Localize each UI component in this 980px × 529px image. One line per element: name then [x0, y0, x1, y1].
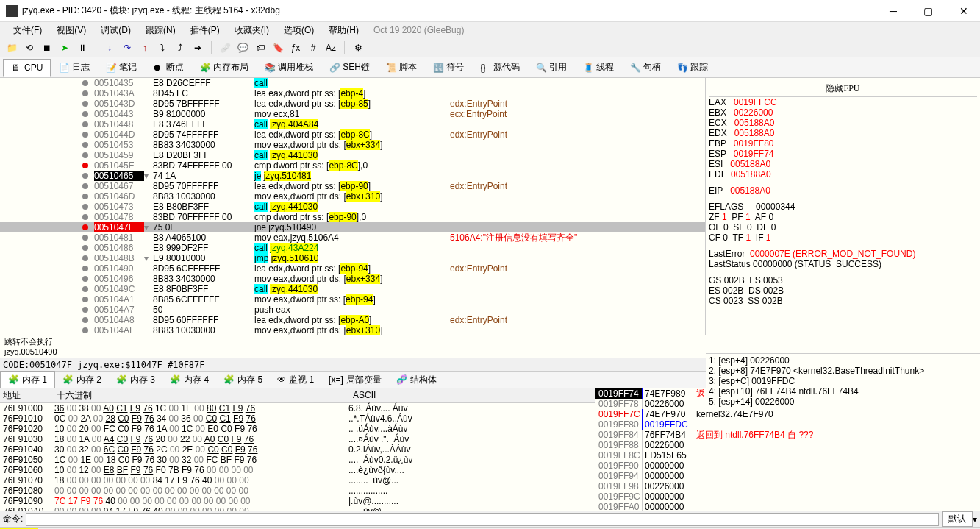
menu-5[interactable]: 收藏夹(I)	[227, 24, 276, 37]
disasm-row[interactable]: 00510465▾74 1Aje jzyq.510481	[0, 171, 705, 181]
reg-EBX[interactable]: EBX 00226000	[709, 107, 977, 118]
trace-over-icon[interactable]: ⤴	[173, 40, 187, 55]
restart-icon[interactable]: ⟲	[22, 40, 37, 55]
disasm-panel[interactable]: 00510435E8 D26CEFFFcall 0051043A8D45 FCl…	[0, 78, 706, 335]
flag-line[interactable]: CF 0 TF 1 IF 1	[709, 232, 977, 243]
breakpoint-dot[interactable]	[82, 163, 88, 168]
reg-EDI[interactable]: EDI 005188A0	[709, 169, 977, 180]
breakpoint-dot[interactable]	[82, 235, 88, 241]
minimize-button[interactable]: ─	[884, 5, 903, 17]
breakpoint-dot[interactable]	[82, 142, 88, 148]
breakpoint-dot[interactable]	[82, 101, 88, 107]
dump-row[interactable]: 76F9100036 00 38 00 A0 C1 F9 76 1C 00 1E…	[0, 403, 595, 413]
command-mode[interactable]: 默认	[942, 511, 973, 527]
trace-into-icon[interactable]: ⤵	[155, 40, 170, 55]
reg-EBP[interactable]: EBP 0019FF80	[709, 138, 977, 149]
maximize-button[interactable]: ▢	[918, 5, 939, 17]
breakpoint-dot[interactable]	[82, 245, 88, 251]
labels-icon[interactable]: 🏷	[253, 40, 268, 55]
dump-row[interactable]: 76F9108000 00 00 00 00 00 00 00 00 00 00…	[0, 486, 595, 496]
tab-调用堆栈[interactable]: 📚调用堆栈	[257, 57, 321, 77]
tab-源代码[interactable]: {}源代码	[472, 57, 528, 77]
tab-内存布局[interactable]: 🧩内存布局	[192, 57, 257, 77]
disasm-row[interactable]: 0051043D8D95 7BFFFFFFlea edx,dword ptr s…	[0, 99, 705, 109]
stack-row[interactable]: 0019FFA000000000	[595, 502, 980, 511]
fpu-toggle[interactable]: 隐藏FPU	[709, 81, 977, 97]
tab-CPU[interactable]: 🖥CPU	[3, 59, 51, 77]
dump-row[interactable]: 76F910A000 00 00 00 94 17 F9 76 40 00 00…	[0, 506, 595, 511]
reg-ESP[interactable]: ESP 0019FF74	[709, 149, 977, 159]
call-arg[interactable]: 1: [esp+4] 00226000	[709, 355, 977, 366]
call-arg[interactable]: 3: [esp+C] 0019FFDC	[709, 376, 977, 386]
disasm-row[interactable]: 0051044D8D95 74FFFFFFlea edx,dword ptr s…	[0, 129, 705, 140]
seg-line[interactable]: CS 0023 SS 002B	[709, 296, 977, 306]
disasm-row[interactable]: 00510486E8 999DF2FFcall jzyq.43A224	[0, 243, 705, 253]
pause-icon[interactable]: ⏸	[75, 40, 90, 55]
disasm-row[interactable]: 005104538B83 34030000mov eax,dword ptr d…	[0, 140, 705, 150]
call-args-panel[interactable]: 1: [esp+4] 002260002: [esp+8] 74E7F970 <…	[706, 353, 980, 406]
breakpoint-dot[interactable]	[82, 224, 88, 230]
breakpoint-dot[interactable]	[82, 266, 88, 271]
tab-笔记[interactable]: 📝笔记	[98, 57, 145, 77]
dump-tab-4[interactable]: 🧩内存 5	[216, 372, 270, 388]
bookmarks-icon[interactable]: 🔖	[271, 40, 285, 55]
stack-row[interactable]: 0019FF800019FFDC	[595, 419, 980, 430]
run-to-icon[interactable]: ➔	[190, 40, 205, 55]
stack-row[interactable]: 0019FF9000000000	[595, 461, 980, 471]
breakpoint-dot[interactable]	[82, 152, 88, 158]
dump-tab-3[interactable]: 🧩内存 4	[162, 372, 216, 388]
breakpoint-dot[interactable]	[82, 111, 88, 117]
dump-row[interactable]: 76F9104030 00 32 00 6C C0 F9 76 2C 00 2E…	[0, 444, 595, 455]
breakpoint-dot[interactable]	[82, 327, 88, 333]
flag-line[interactable]: ZF 1 PF 1 AF 0	[709, 212, 977, 222]
patches-icon[interactable]: 🩹	[218, 40, 232, 55]
disasm-row[interactable]: 0051047883BD 70FFFFFF 00cmp dword ptr ss…	[0, 212, 705, 222]
disasm-row[interactable]: 0051046D8B83 10030000mov eax,dword ptr d…	[0, 191, 705, 202]
stack-row[interactable]: 0019FF7C74E7F970kernel32.74E7F970	[595, 409, 980, 419]
comments-icon[interactable]: 💬	[235, 40, 250, 55]
dump-row[interactable]: 76F910501C 00 1E 00 18 C0 F9 76 30 00 32…	[0, 455, 595, 465]
step-out-icon[interactable]: ↑	[137, 40, 152, 55]
breakpoint-dot[interactable]	[82, 307, 88, 313]
calc-icon[interactable]: Az	[323, 40, 338, 55]
call-arg[interactable]: 4: [esp+10] 76FF74B4 ntdll.76FF74B4	[709, 386, 977, 397]
stack-row[interactable]: 0019FF8476FF74B4返回到 ntdll.76FF74B4 自 ???	[595, 430, 980, 440]
tab-引用[interactable]: 🔍引用	[528, 57, 575, 77]
command-input[interactable]	[26, 513, 939, 526]
menu-2[interactable]: 调试(D)	[93, 24, 138, 37]
menu-4[interactable]: 插件(P)	[183, 24, 227, 37]
disasm-row[interactable]: 005104A88D95 60FFFFFFlea edx,dword ptr s…	[0, 315, 705, 325]
disasm-row[interactable]: 005104908D95 6CFFFFFFlea edx,dword ptr s…	[0, 263, 705, 274]
dump-row[interactable]: 76F9106010 00 12 00 E8 BF F9 76 F0 7B F9…	[0, 465, 595, 475]
variables-icon[interactable]: #	[306, 40, 321, 55]
dump-tab-5[interactable]: 👁监视 1	[270, 372, 321, 388]
breakpoint-dot[interactable]	[82, 173, 88, 179]
memory-dump-panel[interactable]: 地址 十六进制 ASCII 76F9100036 00 38 00 A0 C1 …	[0, 388, 595, 511]
breakpoint-dot[interactable]	[82, 90, 88, 96]
breakpoint-dot[interactable]	[82, 297, 88, 302]
breakpoint-dot[interactable]	[82, 204, 88, 210]
dump-row[interactable]: 76F910100C 00 2A 00 28 C0 F9 76 34 00 36…	[0, 413, 595, 424]
open-icon[interactable]: 📁	[4, 40, 19, 55]
reg-EDX[interactable]: EDX 005188A0	[709, 128, 977, 138]
breakpoint-dot[interactable]	[82, 183, 88, 189]
stack-row[interactable]: 0019FF8800226000	[595, 440, 980, 450]
tab-SEH链[interactable]: 🔗SEH链	[321, 57, 378, 77]
registers-panel[interactable]: 隐藏FPU EAX 0019FFCCEBX 00226000ECX 005188…	[706, 78, 980, 335]
dump-tab-2[interactable]: 🧩内存 3	[109, 372, 162, 388]
disasm-row[interactable]: 00510448E8 3746EFFFcall jzyq.404A84	[0, 119, 705, 129]
stack-row[interactable]: 0019FF9C00000000	[595, 491, 980, 502]
dump-tab-7[interactable]: 🧬结构体	[389, 372, 444, 388]
tab-断点[interactable]: ⏺断点	[145, 57, 192, 77]
dump-row[interactable]: 76F9102010 00 20 00 FC C0 F9 76 1A 00 1C…	[0, 424, 595, 434]
flag-line[interactable]: OF 0 SF 0 DF 0	[709, 222, 977, 232]
menu-6[interactable]: 选项(O)	[276, 24, 321, 37]
disasm-row[interactable]: 005104A18B85 6CFFFFFFmov eax,dword ptr s…	[0, 294, 705, 305]
tab-句柄[interactable]: 🔧句柄	[622, 57, 669, 77]
breakpoint-dot[interactable]	[82, 255, 88, 261]
breakpoint-dot[interactable]	[82, 286, 88, 292]
tab-符号[interactable]: 🔣符号	[425, 57, 472, 77]
stack-row[interactable]: 0019FF9800226000	[595, 481, 980, 491]
disasm-row[interactable]: 005104A750push eax	[0, 305, 705, 315]
menu-3[interactable]: 跟踪(N)	[138, 24, 183, 37]
